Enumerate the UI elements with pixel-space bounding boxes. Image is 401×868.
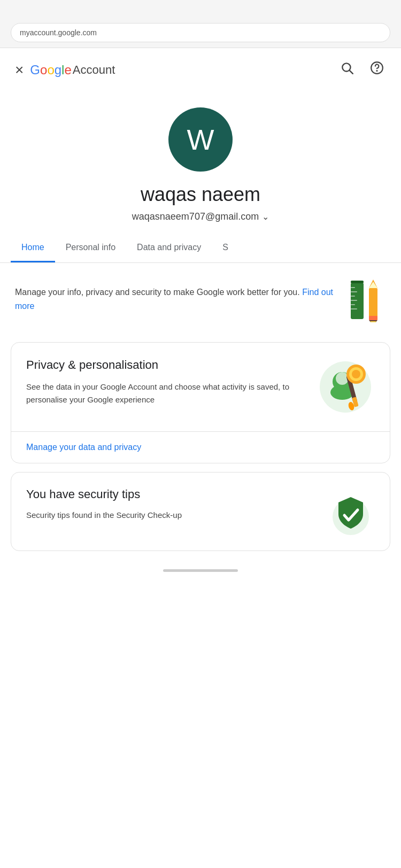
- account-text: Account: [73, 63, 115, 77]
- privacy-card: Privacy & personalisation See the data i…: [11, 342, 390, 463]
- header-left: × Google Account: [15, 63, 115, 78]
- svg-rect-9: [351, 304, 355, 305]
- intro-main-text: Manage your info, privacy and security t…: [15, 288, 300, 297]
- svg-rect-6: [351, 291, 357, 292]
- svg-point-3: [376, 71, 377, 71]
- logo-o1: o: [40, 63, 47, 78]
- tab-personal-info[interactable]: Personal info: [55, 233, 126, 262]
- header: × Google Account: [0, 48, 401, 91]
- logo-e: e: [64, 63, 71, 78]
- security-card: You have security tips Security tips fou…: [11, 472, 390, 551]
- intro-section: Manage your info, privacy and security t…: [0, 263, 401, 334]
- tab-home[interactable]: Home: [11, 233, 55, 262]
- svg-rect-5: [351, 287, 355, 288]
- privacy-illustration: [318, 359, 374, 415]
- avatar: W: [168, 107, 233, 172]
- user-email-row[interactable]: waqasnaeem707@gmail.com ⌄: [132, 211, 269, 222]
- privacy-card-title: Privacy & personalisation: [26, 358, 305, 373]
- tools-illustration: [345, 276, 384, 322]
- security-text: You have security tips Security tips fou…: [26, 487, 316, 522]
- security-card-body: You have security tips Security tips fou…: [11, 472, 390, 551]
- chevron-down-icon: ⌄: [262, 212, 269, 222]
- svg-rect-11: [369, 288, 377, 318]
- privacy-card-image: [316, 358, 375, 416]
- content-area: Manage your info, privacy and security t…: [0, 263, 401, 551]
- privacy-card-body: Privacy & personalisation See the data i…: [11, 343, 390, 431]
- tab-data-privacy[interactable]: Data and privacy: [126, 233, 212, 262]
- svg-rect-14: [369, 316, 377, 320]
- intro-icon: [343, 278, 386, 321]
- svg-point-28: [352, 370, 360, 378]
- svg-rect-7: [351, 296, 355, 297]
- intro-text: Manage your info, privacy and security t…: [15, 285, 343, 313]
- svg-line-1: [350, 71, 353, 74]
- logo-g2: g: [55, 63, 61, 78]
- security-title: You have security tips: [26, 487, 316, 501]
- user-name: waqas naeem: [141, 183, 260, 206]
- manage-data-link[interactable]: Manage your data and privacy: [11, 432, 390, 463]
- home-indicator: [163, 569, 238, 572]
- svg-rect-18: [351, 281, 364, 283]
- logo-g: G: [30, 63, 40, 78]
- help-button[interactable]: [368, 59, 386, 81]
- url-bar[interactable]: myaccount.google.com: [11, 23, 390, 42]
- privacy-card-desc: See the data in your Google Account and …: [26, 381, 305, 406]
- svg-marker-13: [369, 282, 377, 288]
- tab-security[interactable]: S: [212, 233, 239, 262]
- privacy-card-text: Privacy & personalisation See the data i…: [26, 358, 305, 406]
- tab-bar: Home Personal info Data and privacy S: [0, 233, 401, 263]
- logo-o2: o: [47, 63, 54, 78]
- url-text: myaccount.google.com: [20, 28, 97, 37]
- svg-marker-16: [370, 321, 376, 322]
- svg-rect-8: [351, 300, 357, 301]
- google-logo: Google Account: [30, 63, 115, 78]
- avatar-initial: W: [187, 123, 214, 156]
- search-button[interactable]: [338, 59, 356, 81]
- browser-bar: myaccount.google.com: [0, 0, 401, 48]
- bottom-bar: [0, 560, 401, 581]
- avatar-section: W waqas naeem waqasnaeem707@gmail.com ⌄: [0, 91, 401, 233]
- close-icon[interactable]: ×: [15, 63, 24, 78]
- shield-icon: [327, 487, 375, 536]
- header-right: [338, 59, 386, 81]
- svg-rect-10: [351, 308, 357, 309]
- security-desc: Security tips found in the Security Chec…: [26, 509, 316, 522]
- user-email-text: waqasnaeem707@gmail.com: [132, 211, 259, 222]
